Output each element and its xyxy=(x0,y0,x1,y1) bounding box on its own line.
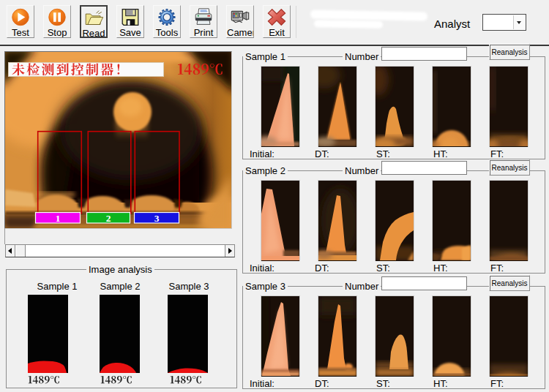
svg-text:1: 1 xyxy=(56,213,61,224)
svg-text:3: 3 xyxy=(154,213,160,224)
svg-text:2: 2 xyxy=(106,213,111,224)
